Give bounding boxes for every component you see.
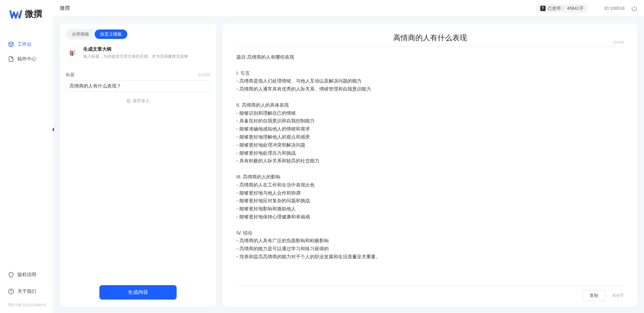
- sidebar-item-label: 工作台: [17, 41, 32, 47]
- logo-icon: [9, 9, 22, 19]
- collapse-sidebar-button[interactable]: [51, 126, 55, 133]
- sidebar-bottom: 版权说明 关于我们 鄂ICP备2022016946号: [0, 269, 53, 310]
- shield-icon: [8, 272, 14, 278]
- svg-point-2: [11, 290, 11, 291]
- template-desc: 输入标题，为你提供文章主体的灵感，并为其创建推文提纲: [83, 54, 210, 59]
- topbar: 微撰 T 已使用： 45641字 ID:100519: [53, 0, 644, 17]
- output-title: 高情商的人有什么表现: [393, 33, 467, 43]
- tab-all-templates[interactable]: 全部模板: [66, 30, 95, 39]
- svg-marker-3: [52, 127, 54, 132]
- power-icon[interactable]: [631, 5, 637, 11]
- cube-icon: [8, 41, 14, 47]
- usage-label: 已使用：: [548, 5, 565, 11]
- template-tabs: 全部模板 自定义模板: [66, 29, 128, 40]
- usage-value: 45641字: [567, 5, 584, 11]
- template-card: 生成文章大纲 输入标题，为你提供文章主体的灵感，并为其创建推文提纲: [66, 46, 210, 60]
- info-icon: [8, 289, 14, 295]
- user-id: ID:100519: [604, 6, 625, 11]
- sidebar-item-label: 版权说明: [17, 272, 36, 278]
- title-input[interactable]: [66, 81, 210, 92]
- logo[interactable]: 微撰: [0, 0, 53, 25]
- output-title-count: 10/100: [612, 40, 624, 44]
- usage-badge[interactable]: T 已使用： 45641字: [536, 4, 588, 13]
- sidebar-item-label: 稿件中心: [17, 56, 36, 62]
- form-section: 标题 11/100 清空录入: [66, 72, 210, 104]
- title-char-count: 11/100: [198, 72, 210, 77]
- svg-rect-5: [70, 50, 71, 56]
- output-body: 题目:高情商的人有哪些表现 I. 引言 - 高情商是指人们处理情绪、与他人互动以…: [236, 53, 624, 285]
- output-footer: 复制 404字: [236, 285, 624, 301]
- output-word-count: 404字: [612, 293, 624, 299]
- template-title: 生成文章大纲: [83, 46, 210, 52]
- logo-text: 微撰: [25, 8, 42, 20]
- generate-button[interactable]: 生成内容: [99, 285, 177, 300]
- page-title: 微撰: [60, 5, 536, 11]
- template-info: 生成文章大纲 输入标题，为你提供文章主体的灵感，并为其创建推文提纲: [83, 46, 210, 59]
- svg-rect-7: [73, 50, 75, 56]
- sidebar-item-copyright[interactable]: 版权说明: [0, 269, 53, 280]
- sidebar-nav: 工作台 稿件中心: [0, 39, 53, 269]
- sidebar-item-workbench[interactable]: 工作台: [0, 39, 53, 50]
- books-icon: [66, 46, 79, 60]
- document-icon: [8, 56, 14, 62]
- clear-input-button[interactable]: 清空录入: [66, 98, 210, 104]
- left-panel: 全部模板 自定义模板 生成文章大纲 输入标题，为你提供文章主体的灵感，并为其创建…: [60, 23, 216, 306]
- clear-label: 清空录入: [132, 98, 150, 104]
- token-icon: T: [540, 6, 546, 11]
- copy-button[interactable]: 复制: [583, 290, 605, 301]
- content-row: 全部模板 自定义模板 生成文章大纲 输入标题，为你提供文章主体的灵感，并为其创建…: [53, 17, 644, 313]
- output-title-row: 高情商的人有什么表现 10/100: [236, 33, 624, 47]
- sidebar: 微撰 工作台 稿件中心: [0, 0, 53, 313]
- svg-rect-6: [72, 51, 73, 56]
- sidebar-item-label: 关于我们: [17, 289, 36, 295]
- main: 微撰 T 已使用： 45641字 ID:100519 全部模板 自定义模板: [53, 0, 644, 313]
- sidebar-item-about[interactable]: 关于我们: [0, 286, 53, 297]
- tab-custom-templates[interactable]: 自定义模板: [95, 30, 127, 39]
- sidebar-item-drafts[interactable]: 稿件中心: [0, 53, 53, 65]
- title-label: 标题: [66, 72, 75, 78]
- right-panel: 高情商的人有什么表现 10/100 题目:高情商的人有哪些表现 I. 引言 - …: [223, 23, 637, 306]
- trash-icon: [126, 98, 131, 104]
- icp-text: 鄂ICP备2022016946号: [0, 303, 53, 308]
